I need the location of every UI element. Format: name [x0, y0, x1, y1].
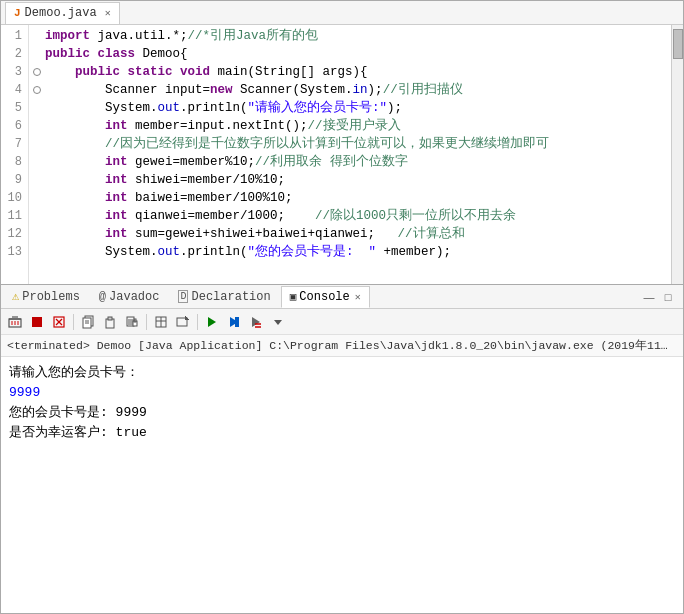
scroll-lock-icon — [125, 315, 139, 329]
console-status-text: <terminated> Demoo [Java Application] C:… — [7, 339, 683, 352]
tab-javadoc[interactable]: @ Javadoc — [90, 286, 169, 308]
clear-console-button[interactable] — [5, 312, 25, 332]
toolbar-sep-1 — [73, 314, 74, 330]
svg-rect-29 — [235, 317, 239, 327]
run-icon — [205, 315, 219, 329]
copy-stacks-icon — [81, 315, 95, 329]
svg-rect-6 — [32, 317, 42, 327]
stop-icon — [30, 315, 44, 329]
debug-last-button[interactable] — [224, 312, 244, 332]
paste-button[interactable] — [100, 312, 120, 332]
console-icon: ▣ — [290, 290, 297, 303]
tab-problems[interactable]: ⚠ Problems — [3, 286, 89, 308]
debug-icon — [227, 315, 241, 329]
console-toolbar — [1, 309, 683, 335]
scrollbar-thumb[interactable] — [673, 29, 683, 59]
editor-tab-close[interactable]: ✕ — [105, 7, 111, 19]
editor-scrollbar[interactable] — [671, 25, 683, 284]
editor-tab-bar: J Demoo.java ✕ — [1, 1, 683, 25]
tab-declaration-label: Declaration — [191, 290, 270, 304]
coverage-last-button[interactable] — [246, 312, 266, 332]
tab-problems-label: Problems — [22, 290, 80, 304]
javadoc-icon: @ — [99, 290, 106, 304]
problems-icon: ⚠ — [12, 289, 19, 304]
clear-icon — [8, 315, 22, 329]
console-output[interactable]: 请输入您的会员卡号：9999您的会员卡号是: 9999是否为幸运客户: true — [1, 357, 683, 613]
stop-button[interactable] — [27, 312, 47, 332]
editor-tab-demoo[interactable]: J Demoo.java ✕ — [5, 2, 120, 24]
console-line: 是否为幸运客户: true — [9, 423, 675, 443]
copy-stacks-button[interactable] — [78, 312, 98, 332]
open-console-button[interactable] — [173, 312, 193, 332]
svg-marker-27 — [208, 317, 216, 327]
dropdown-button[interactable] — [268, 312, 288, 332]
console-line: 您的会员卡号是: 9999 — [9, 403, 675, 423]
code-area[interactable]: import java.util.*;//*引用Java所有的包public c… — [29, 25, 671, 284]
toolbar-sep-3 — [197, 314, 198, 330]
svg-marker-30 — [252, 317, 260, 327]
maximize-view-button[interactable]: □ — [659, 288, 677, 306]
svg-marker-33 — [274, 320, 282, 325]
editor-content: 12345678910111213 import java.util.*;//*… — [1, 25, 683, 284]
remove-terminated-button[interactable] — [49, 312, 69, 332]
open-console-icon — [176, 315, 190, 329]
dropdown-arrow-icon — [274, 318, 282, 326]
bottom-pane: ⚠ Problems @ Javadoc D Declaration ▣ Con… — [0, 285, 684, 614]
pin-console-button[interactable] — [151, 312, 171, 332]
pin-icon — [154, 315, 168, 329]
tab-javadoc-label: Javadoc — [109, 290, 159, 304]
java-file-icon: J — [14, 7, 21, 19]
tab-declaration[interactable]: D Declaration — [169, 286, 279, 308]
editor-pane: J Demoo.java ✕ 12345678910111213 import … — [0, 0, 684, 285]
tab-console-label: Console — [299, 290, 349, 304]
editor-tab-label: Demoo.java — [25, 6, 97, 20]
remove-terminated-icon — [52, 315, 66, 329]
toolbar-sep-2 — [146, 314, 147, 330]
tabs-actions: — □ — [640, 288, 681, 306]
line-numbers: 12345678910111213 — [1, 25, 29, 284]
svg-rect-15 — [108, 317, 112, 320]
minimize-view-button[interactable]: — — [640, 288, 658, 306]
paste-icon — [103, 315, 117, 329]
declaration-icon: D — [178, 290, 188, 303]
console-line: 9999 — [9, 383, 675, 403]
console-tab-close[interactable]: ✕ — [355, 291, 361, 303]
console-status: <terminated> Demoo [Java Application] C:… — [1, 335, 683, 357]
bottom-tabs-bar: ⚠ Problems @ Javadoc D Declaration ▣ Con… — [1, 285, 683, 309]
tab-console[interactable]: ▣ Console ✕ — [281, 286, 370, 308]
coverage-icon — [249, 315, 263, 329]
run-last-button[interactable] — [202, 312, 222, 332]
scroll-lock-button[interactable] — [122, 312, 142, 332]
console-line: 请输入您的会员卡号： — [9, 363, 675, 383]
